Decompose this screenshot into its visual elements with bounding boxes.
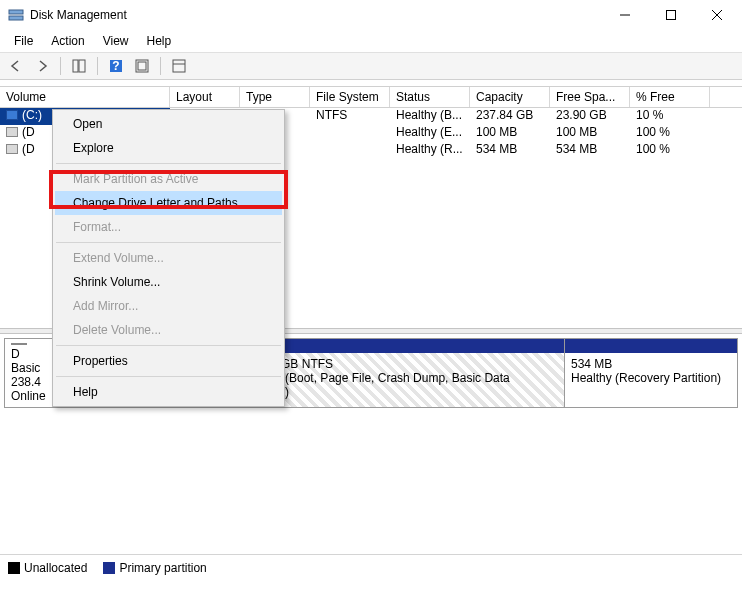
- volume-name: (C:): [22, 108, 42, 122]
- cell-status: Healthy (E...: [390, 125, 470, 142]
- volume-name: (D: [22, 142, 35, 156]
- minimize-button[interactable]: [602, 0, 648, 30]
- rule: [0, 554, 742, 555]
- col-capacity[interactable]: Capacity: [470, 87, 550, 107]
- title-bar: Disk Management: [0, 0, 742, 30]
- menu-help[interactable]: Help: [139, 32, 180, 50]
- cm-explore[interactable]: Explore: [55, 136, 282, 160]
- svg-rect-1: [9, 16, 23, 20]
- legend: Unallocated Primary partition: [8, 561, 207, 575]
- cell-capacity: 237.84 GB: [470, 108, 550, 125]
- cell-pct: 100 %: [630, 142, 710, 159]
- svg-rect-11: [138, 62, 146, 70]
- cell-status: Healthy (R...: [390, 142, 470, 159]
- col-type[interactable]: Type: [240, 87, 310, 107]
- cm-open[interactable]: Open: [55, 112, 282, 136]
- disk-icon: [11, 343, 27, 345]
- svg-text:?: ?: [112, 59, 119, 73]
- cm-help[interactable]: Help: [55, 380, 282, 404]
- svg-rect-12: [173, 60, 185, 72]
- refresh-icon[interactable]: [132, 56, 152, 76]
- cm-separator: [56, 163, 281, 164]
- toolbar-divider: [60, 57, 61, 75]
- col-status[interactable]: Status: [390, 87, 470, 107]
- cm-mark-active: Mark Partition as Active: [55, 167, 282, 191]
- cell-pct: 10 %: [630, 108, 710, 125]
- partition-status: Healthy (Recovery Partition): [571, 371, 731, 385]
- svg-rect-0: [9, 10, 23, 14]
- close-button[interactable]: [694, 0, 740, 30]
- cm-change-drive-letter[interactable]: Change Drive Letter and Paths...: [55, 191, 282, 215]
- svg-rect-6: [73, 60, 78, 72]
- col-volume[interactable]: Volume: [0, 87, 170, 107]
- maximize-button[interactable]: [648, 0, 694, 30]
- swatch-primary-icon: [103, 562, 115, 574]
- toolbar-divider: [97, 57, 98, 75]
- menu-view[interactable]: View: [95, 32, 137, 50]
- app-icon: [8, 7, 24, 23]
- col-pctfree[interactable]: % Free: [630, 87, 710, 107]
- col-layout[interactable]: Layout: [170, 87, 240, 107]
- cm-delete-volume: Delete Volume...: [55, 318, 282, 342]
- cell-status: Healthy (B...: [390, 108, 470, 125]
- drive-icon: [6, 127, 18, 137]
- back-icon[interactable]: [6, 56, 26, 76]
- svg-rect-3: [667, 11, 676, 20]
- volume-grid-header: Volume Layout Type File System Status Ca…: [0, 86, 742, 108]
- partition-status: Healthy (Boot, Page File, Crash Dump, Ba…: [241, 371, 558, 399]
- menu-file[interactable]: File: [6, 32, 41, 50]
- context-menu: Open Explore Mark Partition as Active Ch…: [52, 109, 285, 407]
- legend-unallocated: Unallocated: [8, 561, 87, 575]
- cm-properties[interactable]: Properties: [55, 349, 282, 373]
- cm-format: Format...: [55, 215, 282, 239]
- cm-separator: [56, 242, 281, 243]
- cm-add-mirror: Add Mirror...: [55, 294, 282, 318]
- volume-name: (D: [22, 125, 35, 139]
- cell-pct: 100 %: [630, 125, 710, 142]
- menu-action[interactable]: Action: [43, 32, 92, 50]
- menu-bar: File Action View Help: [0, 30, 742, 53]
- partition-header: [565, 339, 737, 353]
- col-freespace[interactable]: Free Spa...: [550, 87, 630, 107]
- drive-icon: [6, 144, 18, 154]
- cell-free: 23.90 GB: [550, 108, 630, 125]
- cell-fs: NTFS: [310, 108, 390, 125]
- window-title: Disk Management: [30, 8, 602, 22]
- col-filesystem[interactable]: File System: [310, 87, 390, 107]
- drive-icon: [6, 110, 18, 120]
- cell-free: 100 MB: [550, 125, 630, 142]
- forward-icon[interactable]: [32, 56, 52, 76]
- cm-shrink-volume[interactable]: Shrink Volume...: [55, 270, 282, 294]
- layout-icon[interactable]: [69, 56, 89, 76]
- svg-rect-7: [79, 60, 85, 72]
- partition-size: 534 MB: [571, 357, 731, 371]
- cell-capacity: 534 MB: [470, 142, 550, 159]
- help-icon[interactable]: ?: [106, 56, 126, 76]
- partition-size: 237.84 GB NTFS: [241, 357, 558, 371]
- cell-capacity: 100 MB: [470, 125, 550, 142]
- toolbar-divider: [160, 57, 161, 75]
- partition[interactable]: 534 MB Healthy (Recovery Partition): [565, 339, 737, 407]
- toolbar: ?: [0, 53, 742, 80]
- swatch-unallocated-icon: [8, 562, 20, 574]
- cm-extend-volume: Extend Volume...: [55, 246, 282, 270]
- cm-separator: [56, 345, 281, 346]
- cm-separator: [56, 376, 281, 377]
- settings-icon[interactable]: [169, 56, 189, 76]
- legend-primary: Primary partition: [103, 561, 206, 575]
- cell-free: 534 MB: [550, 142, 630, 159]
